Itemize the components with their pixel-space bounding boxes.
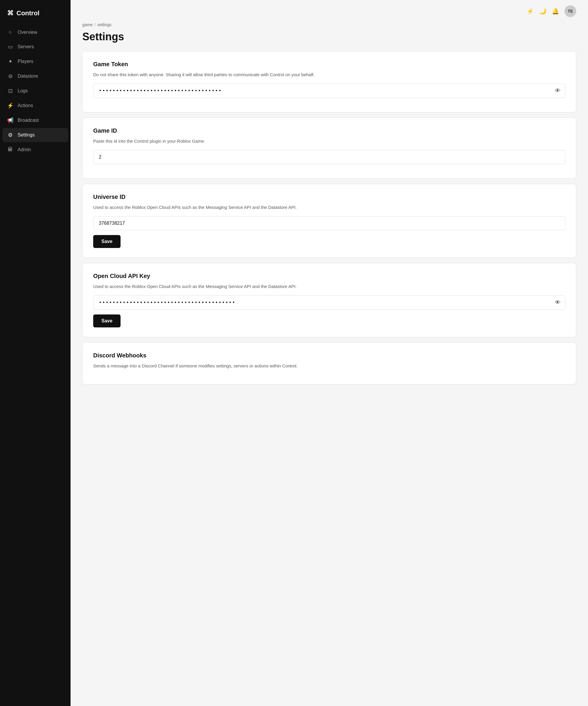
input-wrap-game-id (93, 150, 565, 164)
page-title: Settings (82, 31, 576, 43)
logo-icon: ⌘ (7, 9, 13, 17)
topbar: ⚡ 🌙 🔔 TE (71, 0, 588, 22)
input-wrap-universe-id (93, 216, 565, 230)
input-wrap-open-cloud-api-key: 👁 (93, 295, 565, 310)
sidebar-item-label-datastore: Datastore (17, 74, 38, 79)
actions-icon: ⚡ (7, 102, 13, 109)
card-universe-id: Universe IDUsed to access the Roblox Ope… (82, 184, 576, 258)
cards-container: Game TokenDo not share this token with a… (82, 51, 576, 385)
sidebar-item-settings[interactable]: ⚙Settings (2, 128, 68, 142)
card-desc-open-cloud-api-key: Used to access the Roblox Open Cloud API… (93, 283, 565, 290)
sidebar-item-label-admin: Admin (17, 147, 31, 152)
input-universe-id[interactable] (93, 216, 565, 230)
card-open-cloud-api-key: Open Cloud API KeyUsed to access the Rob… (82, 263, 576, 337)
admin-icon: 🏛 (7, 147, 13, 153)
save-button-universe-id[interactable]: Save (93, 235, 121, 248)
card-title-game-id: Game ID (93, 127, 565, 134)
servers-icon: ▭ (7, 44, 13, 50)
card-title-game-token: Game Token (93, 61, 565, 68)
breadcrumb-sep: / (94, 22, 95, 27)
save-button-open-cloud-api-key[interactable]: Save (93, 314, 121, 327)
sidebar-item-label-servers: Servers (17, 44, 34, 49)
card-title-discord-webhooks: Discord Webhooks (93, 352, 565, 359)
sidebar-item-overview[interactable]: ○Overview (2, 25, 68, 39)
breadcrumb: game / settings (82, 22, 576, 27)
eye-icon-open-cloud-api-key[interactable]: 👁 (555, 299, 561, 306)
overview-icon: ○ (7, 29, 13, 35)
sidebar-item-broadcast[interactable]: 📢Broadcast (2, 113, 68, 127)
card-desc-game-token: Do not share this token with anyone. Sha… (93, 71, 565, 78)
input-open-cloud-api-key[interactable] (93, 295, 565, 310)
card-desc-game-id: Paste this id into the Control plugin in… (93, 138, 565, 145)
broadcast-icon: 📢 (7, 117, 13, 124)
sidebar-item-servers[interactable]: ▭Servers (2, 40, 68, 54)
sidebar-nav: ○Overview▭Servers✦Players⊜Datastore⊡Logs… (0, 25, 71, 157)
bell-icon[interactable]: 🔔 (552, 8, 559, 15)
input-wrap-game-token: 👁 (93, 83, 565, 98)
sidebar-item-label-overview: Overview (17, 30, 37, 35)
sidebar-item-label-settings: Settings (17, 132, 35, 138)
card-desc-universe-id: Used to access the Roblox Open Cloud API… (93, 204, 565, 211)
breadcrumb-settings: settings (97, 22, 112, 27)
page-content: game / settings Settings Game TokenDo no… (71, 22, 588, 407)
card-title-open-cloud-api-key: Open Cloud API Key (93, 273, 565, 279)
input-game-token[interactable] (93, 83, 565, 98)
moon-icon[interactable]: 🌙 (539, 8, 547, 15)
flash-icon[interactable]: ⚡ (527, 8, 534, 15)
input-game-id[interactable] (93, 150, 565, 164)
players-icon: ✦ (7, 58, 13, 65)
sidebar-item-admin[interactable]: 🏛Admin (2, 143, 68, 157)
sidebar-item-label-players: Players (17, 59, 33, 64)
settings-icon: ⚙ (7, 132, 13, 138)
sidebar-item-datastore[interactable]: ⊜Datastore (2, 69, 68, 83)
sidebar: ⌘ Control ○Overview▭Servers✦Players⊜Data… (0, 0, 71, 706)
sidebar-item-label-actions: Actions (17, 103, 33, 108)
sidebar-item-label-broadcast: Broadcast (17, 118, 39, 123)
sidebar-item-label-logs: Logs (17, 88, 28, 93)
card-title-universe-id: Universe ID (93, 194, 565, 200)
sidebar-item-logs[interactable]: ⊡Logs (2, 84, 68, 98)
breadcrumb-game: game (82, 22, 93, 27)
main-content: ⚡ 🌙 🔔 TE game / settings Settings Game T… (71, 0, 588, 706)
card-desc-discord-webhooks: Sends a message into a Discord Channel i… (93, 362, 565, 369)
logs-icon: ⊡ (7, 88, 13, 94)
sidebar-item-players[interactable]: ✦Players (2, 54, 68, 69)
card-discord-webhooks: Discord WebhooksSends a message into a D… (82, 342, 576, 385)
card-game-token: Game TokenDo not share this token with a… (82, 51, 576, 112)
sidebar-logo: ⌘ Control (0, 0, 71, 25)
avatar[interactable]: TE (564, 5, 576, 17)
datastore-icon: ⊜ (7, 73, 13, 79)
sidebar-item-actions[interactable]: ⚡Actions (2, 99, 68, 113)
card-game-id: Game IDPaste this id into the Control pl… (82, 118, 576, 179)
eye-icon-game-token[interactable]: 👁 (555, 87, 561, 94)
logo-label: Control (16, 9, 39, 17)
